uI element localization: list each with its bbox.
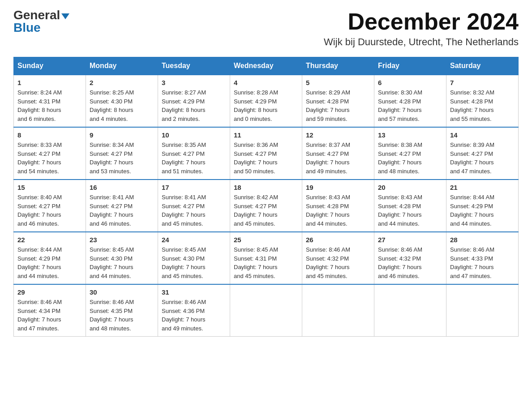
day-info: Sunrise: 8:41 AMSunset: 4:27 PMDaylight:… — [90, 193, 154, 228]
calendar-cell: 9Sunrise: 8:34 AMSunset: 4:27 PMDaylight… — [86, 127, 158, 180]
calendar-cell: 30Sunrise: 8:46 AMSunset: 4:35 PMDayligh… — [86, 284, 158, 337]
calendar-cell: 4Sunrise: 8:28 AMSunset: 4:29 PMDaylight… — [230, 75, 302, 127]
week-row-3: 15Sunrise: 8:40 AMSunset: 4:27 PMDayligh… — [14, 180, 519, 232]
calendar-cell: 16Sunrise: 8:41 AMSunset: 4:27 PMDayligh… — [86, 180, 158, 232]
day-number: 14 — [450, 131, 515, 139]
calendar-cell: 26Sunrise: 8:46 AMSunset: 4:32 PMDayligh… — [302, 232, 374, 284]
day-info: Sunrise: 8:46 AMSunset: 4:35 PMDaylight:… — [90, 298, 154, 333]
title-section: December 2024 Wijk bij Duurstede, Utrech… — [324, 9, 519, 48]
calendar-cell: 5Sunrise: 8:29 AMSunset: 4:28 PMDaylight… — [302, 75, 374, 127]
day-info: Sunrise: 8:38 AMSunset: 4:27 PMDaylight:… — [378, 141, 442, 176]
day-info: Sunrise: 8:40 AMSunset: 4:27 PMDaylight:… — [17, 193, 82, 228]
calendar-cell: 31Sunrise: 8:46 AMSunset: 4:36 PMDayligh… — [158, 284, 230, 337]
day-number: 24 — [162, 236, 226, 244]
weekday-header-saturday: Saturday — [446, 57, 519, 75]
day-number: 2 — [90, 79, 154, 86]
day-info: Sunrise: 8:28 AMSunset: 4:29 PMDaylight:… — [234, 88, 298, 123]
day-number: 8 — [17, 131, 82, 139]
weekday-header-row: SundayMondayTuesdayWednesdayThursdayFrid… — [14, 57, 519, 75]
day-number: 16 — [90, 184, 154, 191]
day-number: 28 — [450, 236, 515, 244]
day-info: Sunrise: 8:37 AMSunset: 4:27 PMDaylight:… — [306, 141, 370, 176]
day-info: Sunrise: 8:44 AMSunset: 4:29 PMDaylight:… — [450, 193, 515, 228]
weekday-header-tuesday: Tuesday — [158, 57, 230, 75]
location-subtitle: Wijk bij Duurstede, Utrecht, The Netherl… — [324, 36, 519, 48]
week-row-1: 1Sunrise: 8:24 AMSunset: 4:31 PMDaylight… — [14, 75, 519, 127]
day-info: Sunrise: 8:35 AMSunset: 4:27 PMDaylight:… — [162, 141, 226, 176]
day-number: 11 — [234, 131, 298, 139]
day-number: 17 — [162, 184, 226, 191]
day-number: 19 — [306, 184, 370, 191]
day-info: Sunrise: 8:32 AMSunset: 4:28 PMDaylight:… — [450, 88, 515, 123]
day-info: Sunrise: 8:29 AMSunset: 4:28 PMDaylight:… — [306, 88, 370, 123]
calendar-cell: 8Sunrise: 8:33 AMSunset: 4:27 PMDaylight… — [14, 127, 86, 180]
calendar-table: SundayMondayTuesdayWednesdayThursdayFrid… — [13, 57, 519, 337]
calendar-cell: 10Sunrise: 8:35 AMSunset: 4:27 PMDayligh… — [158, 127, 230, 180]
month-year-title: December 2024 — [324, 9, 519, 34]
logo-triangle-icon — [61, 13, 69, 19]
day-info: Sunrise: 8:45 AMSunset: 4:30 PMDaylight:… — [162, 245, 226, 280]
calendar-cell: 14Sunrise: 8:39 AMSunset: 4:27 PMDayligh… — [446, 127, 519, 180]
day-number: 5 — [306, 79, 370, 86]
day-number: 1 — [17, 79, 82, 86]
calendar-cell — [374, 284, 446, 337]
calendar-cell: 2Sunrise: 8:25 AMSunset: 4:30 PMDaylight… — [86, 75, 158, 127]
day-info: Sunrise: 8:46 AMSunset: 4:33 PMDaylight:… — [450, 245, 515, 280]
day-number: 6 — [378, 79, 442, 86]
weekday-header-sunday: Sunday — [14, 57, 86, 75]
day-number: 3 — [162, 79, 226, 86]
calendar-cell — [230, 284, 302, 337]
day-number: 18 — [234, 184, 298, 191]
calendar-cell: 21Sunrise: 8:44 AMSunset: 4:29 PMDayligh… — [446, 180, 519, 232]
day-info: Sunrise: 8:30 AMSunset: 4:28 PMDaylight:… — [378, 88, 442, 123]
calendar-cell — [446, 284, 519, 337]
day-info: Sunrise: 8:45 AMSunset: 4:31 PMDaylight:… — [234, 245, 298, 280]
calendar-cell: 24Sunrise: 8:45 AMSunset: 4:30 PMDayligh… — [158, 232, 230, 284]
weekday-header-friday: Friday — [374, 57, 446, 75]
calendar-cell: 12Sunrise: 8:37 AMSunset: 4:27 PMDayligh… — [302, 127, 374, 180]
day-number: 7 — [450, 79, 515, 86]
day-number: 9 — [90, 131, 154, 139]
calendar-cell: 15Sunrise: 8:40 AMSunset: 4:27 PMDayligh… — [14, 180, 86, 232]
day-number: 22 — [17, 236, 82, 244]
day-info: Sunrise: 8:43 AMSunset: 4:28 PMDaylight:… — [378, 193, 442, 228]
logo-blue: Blue — [13, 21, 41, 34]
week-row-2: 8Sunrise: 8:33 AMSunset: 4:27 PMDaylight… — [14, 127, 519, 180]
day-info: Sunrise: 8:42 AMSunset: 4:27 PMDaylight:… — [234, 193, 298, 228]
day-number: 31 — [162, 288, 226, 296]
day-info: Sunrise: 8:34 AMSunset: 4:27 PMDaylight:… — [90, 141, 154, 176]
day-number: 29 — [17, 288, 82, 296]
week-row-4: 22Sunrise: 8:44 AMSunset: 4:29 PMDayligh… — [14, 232, 519, 284]
calendar-cell: 17Sunrise: 8:41 AMSunset: 4:27 PMDayligh… — [158, 180, 230, 232]
day-number: 27 — [378, 236, 442, 244]
day-number: 23 — [90, 236, 154, 244]
calendar-cell: 29Sunrise: 8:46 AMSunset: 4:34 PMDayligh… — [14, 284, 86, 337]
calendar-cell: 20Sunrise: 8:43 AMSunset: 4:28 PMDayligh… — [374, 180, 446, 232]
calendar-cell: 7Sunrise: 8:32 AMSunset: 4:28 PMDaylight… — [446, 75, 519, 127]
calendar-cell — [302, 284, 374, 337]
day-info: Sunrise: 8:36 AMSunset: 4:27 PMDaylight:… — [234, 141, 298, 176]
day-info: Sunrise: 8:33 AMSunset: 4:27 PMDaylight:… — [17, 141, 82, 176]
day-number: 30 — [90, 288, 154, 296]
calendar-cell: 6Sunrise: 8:30 AMSunset: 4:28 PMDaylight… — [374, 75, 446, 127]
day-info: Sunrise: 8:25 AMSunset: 4:30 PMDaylight:… — [90, 88, 154, 123]
weekday-header-wednesday: Wednesday — [230, 57, 302, 75]
day-number: 21 — [450, 184, 515, 191]
day-number: 12 — [306, 131, 370, 139]
day-info: Sunrise: 8:24 AMSunset: 4:31 PMDaylight:… — [17, 88, 82, 123]
calendar-cell: 23Sunrise: 8:45 AMSunset: 4:30 PMDayligh… — [86, 232, 158, 284]
day-number: 25 — [234, 236, 298, 244]
logo-general: General — [13, 9, 60, 21]
day-info: Sunrise: 8:44 AMSunset: 4:29 PMDaylight:… — [17, 245, 82, 280]
week-row-5: 29Sunrise: 8:46 AMSunset: 4:34 PMDayligh… — [14, 284, 519, 337]
day-number: 4 — [234, 79, 298, 86]
day-number: 15 — [17, 184, 82, 191]
page-header: General Blue December 2024 Wijk bij Duur… — [13, 9, 519, 48]
calendar-cell: 1Sunrise: 8:24 AMSunset: 4:31 PMDaylight… — [14, 75, 86, 127]
calendar-cell: 22Sunrise: 8:44 AMSunset: 4:29 PMDayligh… — [14, 232, 86, 284]
day-info: Sunrise: 8:45 AMSunset: 4:30 PMDaylight:… — [90, 245, 154, 280]
calendar-cell: 28Sunrise: 8:46 AMSunset: 4:33 PMDayligh… — [446, 232, 519, 284]
calendar-cell: 19Sunrise: 8:43 AMSunset: 4:28 PMDayligh… — [302, 180, 374, 232]
day-info: Sunrise: 8:41 AMSunset: 4:27 PMDaylight:… — [162, 193, 226, 228]
weekday-header-monday: Monday — [86, 57, 158, 75]
